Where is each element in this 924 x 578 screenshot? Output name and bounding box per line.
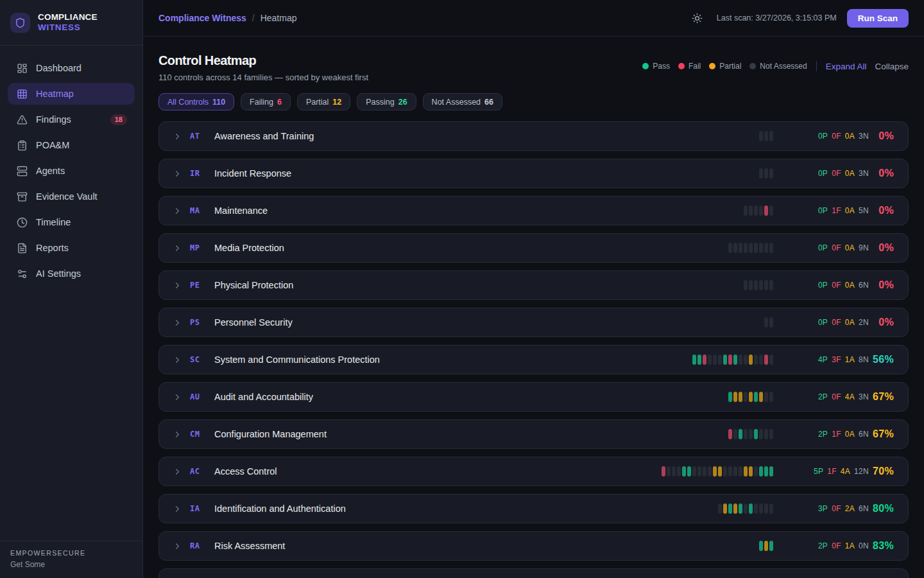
control-cell[interactable] xyxy=(744,355,748,365)
filter-chip-partial[interactable]: Partial12 xyxy=(297,93,350,110)
control-cell[interactable] xyxy=(728,466,732,477)
control-cell[interactable] xyxy=(749,466,753,477)
control-cell[interactable] xyxy=(733,504,737,514)
sidebar-item-timeline[interactable]: Timeline xyxy=(8,211,135,233)
control-cell[interactable] xyxy=(744,206,748,216)
control-cell[interactable] xyxy=(754,392,758,402)
control-cell[interactable] xyxy=(759,392,763,402)
control-cell[interactable] xyxy=(744,504,748,514)
control-cell[interactable] xyxy=(759,243,763,253)
control-cell[interactable] xyxy=(764,317,768,328)
sidebar-item-heatmap[interactable]: Heatmap xyxy=(8,83,135,105)
control-cell[interactable] xyxy=(739,243,742,253)
theme-toggle-button[interactable] xyxy=(689,9,706,27)
control-cell[interactable] xyxy=(759,168,763,179)
control-cell[interactable] xyxy=(749,429,753,439)
control-cell[interactable] xyxy=(749,504,753,514)
control-cell[interactable] xyxy=(759,131,763,141)
control-cell[interactable] xyxy=(749,243,753,253)
sidebar-item-evidence-vault[interactable]: Evidence Vault xyxy=(8,186,135,207)
sidebar-item-reports[interactable]: Reports xyxy=(8,237,135,259)
control-cell[interactable] xyxy=(754,243,758,253)
family-row-au[interactable]: AUAudit and Accountability2P0F4A3N67% xyxy=(158,382,909,412)
control-cell[interactable] xyxy=(744,243,748,253)
control-cell[interactable] xyxy=(739,392,742,402)
control-cell[interactable] xyxy=(708,355,712,365)
control-cell[interactable] xyxy=(718,355,722,365)
control-cell[interactable] xyxy=(764,206,768,216)
control-cell[interactable] xyxy=(744,280,748,290)
filter-chip-passing[interactable]: Passing26 xyxy=(357,93,416,110)
control-cell[interactable] xyxy=(749,355,753,365)
control-cell[interactable] xyxy=(728,392,732,402)
control-cell[interactable] xyxy=(764,541,768,551)
family-row-partial[interactable] xyxy=(158,568,909,578)
family-row-ia[interactable]: IAIdentification and Authentication3P0F2… xyxy=(158,494,909,523)
filter-chip-not-assessed[interactable]: Not Assessed66 xyxy=(423,93,502,110)
control-cell[interactable] xyxy=(733,243,737,253)
control-cell[interactable] xyxy=(754,429,758,439)
control-cell[interactable] xyxy=(672,466,676,477)
control-cell[interactable] xyxy=(739,429,742,439)
control-cell[interactable] xyxy=(739,355,742,365)
control-cell[interactable] xyxy=(759,355,763,365)
run-scan-button[interactable]: Run Scan xyxy=(847,9,909,28)
filter-chip-failing[interactable]: Failing6 xyxy=(241,93,291,110)
control-cell[interactable] xyxy=(733,429,737,439)
control-cell[interactable] xyxy=(697,466,701,477)
control-cell[interactable] xyxy=(692,466,696,477)
family-row-ac[interactable]: ACAccess Control5P1F4A12N70% xyxy=(158,457,909,486)
control-cell[interactable] xyxy=(759,429,763,439)
control-cell[interactable] xyxy=(718,466,722,477)
control-cell[interactable] xyxy=(687,466,691,477)
sidebar-item-ai-settings[interactable]: AI Settings xyxy=(8,263,135,285)
control-cell[interactable] xyxy=(754,206,758,216)
control-cell[interactable] xyxy=(697,355,701,365)
control-cell[interactable] xyxy=(764,429,768,439)
control-cell[interactable] xyxy=(744,466,748,477)
breadcrumb-root[interactable]: Compliance Witness xyxy=(158,13,246,23)
control-cell[interactable] xyxy=(749,392,753,402)
control-cell[interactable] xyxy=(764,168,768,179)
control-cell[interactable] xyxy=(764,243,768,253)
control-cell[interactable] xyxy=(764,280,768,290)
control-cell[interactable] xyxy=(764,355,768,365)
sidebar-item-findings[interactable]: Findings18 xyxy=(8,109,135,130)
control-cell[interactable] xyxy=(703,466,706,477)
control-cell[interactable] xyxy=(754,504,758,514)
control-cell[interactable] xyxy=(733,392,737,402)
control-cell[interactable] xyxy=(733,355,737,365)
control-cell[interactable] xyxy=(723,466,727,477)
control-cell[interactable] xyxy=(764,131,768,141)
family-row-ra[interactable]: RARisk Assessment2P0F1A0N83% xyxy=(158,531,909,561)
control-cell[interactable] xyxy=(723,504,727,514)
family-row-sc[interactable]: SCSystem and Communications Protection4P… xyxy=(158,345,909,374)
sidebar-item-dashboard[interactable]: Dashboard xyxy=(8,57,135,79)
control-cell[interactable] xyxy=(759,504,763,514)
control-cell[interactable] xyxy=(744,429,748,439)
control-cell[interactable] xyxy=(744,392,748,402)
control-cell[interactable] xyxy=(728,355,732,365)
control-cell[interactable] xyxy=(728,429,732,439)
sidebar-item-poa-m[interactable]: POA&M xyxy=(8,134,135,156)
control-cell[interactable] xyxy=(682,466,686,477)
family-row-ir[interactable]: IRIncident Response0P0F0A3N0% xyxy=(158,159,909,188)
control-cell[interactable] xyxy=(764,392,768,402)
control-cell[interactable] xyxy=(662,466,665,477)
control-cell[interactable] xyxy=(754,466,758,477)
control-cell[interactable] xyxy=(733,466,737,477)
filter-chip-all-controls[interactable]: All Controls110 xyxy=(158,93,234,110)
control-cell[interactable] xyxy=(667,466,671,477)
sidebar-item-agents[interactable]: Agents xyxy=(8,160,135,182)
control-cell[interactable] xyxy=(728,243,732,253)
family-row-cm[interactable]: CMConfiguration Management2P1F0A6N67% xyxy=(158,419,909,449)
control-cell[interactable] xyxy=(754,355,758,365)
control-cell[interactable] xyxy=(764,466,768,477)
control-cell[interactable] xyxy=(677,466,681,477)
control-cell[interactable] xyxy=(713,466,717,477)
control-cell[interactable] xyxy=(749,280,753,290)
control-cell[interactable] xyxy=(759,280,763,290)
control-cell[interactable] xyxy=(718,504,722,514)
control-cell[interactable] xyxy=(739,466,742,477)
control-cell[interactable] xyxy=(703,355,706,365)
